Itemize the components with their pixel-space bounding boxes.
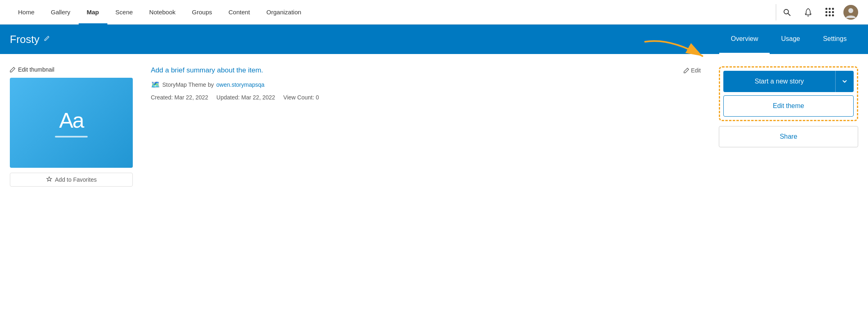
center-panel: Add a brief summary about the item. Edit… (143, 66, 709, 287)
svg-point-3 (848, 8, 853, 13)
edit-theme-label: Edit theme (773, 102, 804, 110)
user-avatar[interactable] (843, 5, 858, 20)
nav-divider (776, 4, 776, 20)
top-navigation: Home Gallery Map Scene Notebook Groups C… (0, 0, 868, 25)
right-panel: Start a new story Edit theme Share (719, 66, 858, 287)
nav-map[interactable]: Map (79, 0, 107, 25)
owner-link[interactable]: owen.storymapsqa (216, 81, 265, 88)
edit-label: Edit (691, 67, 701, 74)
created-date: Created: Mar 22, 2022 (151, 94, 208, 101)
edit-title-icon[interactable] (43, 35, 50, 43)
search-icon (783, 8, 791, 16)
nav-icons (779, 5, 858, 20)
updated-date: Updated: Mar 22, 2022 (216, 94, 275, 101)
nav-gallery[interactable]: Gallery (43, 0, 79, 25)
nav-scene[interactable]: Scene (107, 0, 141, 25)
nav-groups[interactable]: Groups (184, 0, 220, 25)
edit-theme-button[interactable]: Edit theme (723, 95, 854, 117)
nav-home[interactable]: Home (10, 0, 43, 25)
main-content: Edit thumbnail Aa Add to Favorites Add a… (0, 54, 868, 300)
share-label: Share (780, 133, 798, 140)
tab-overview[interactable]: Overview (719, 25, 770, 54)
thumbnail-underline (55, 136, 88, 137)
view-count: View Count: 0 (283, 94, 319, 101)
storymap-icon: 🗺️ (151, 80, 160, 89)
summary-row: Add a brief summary about the item. Edit (151, 66, 701, 74)
notification-button[interactable] (801, 5, 816, 20)
svg-line-1 (788, 14, 790, 16)
start-story-label: Start a new story (754, 78, 804, 85)
tab-settings[interactable]: Settings (811, 25, 858, 54)
svg-point-0 (784, 9, 788, 14)
edit-pencil-icon (684, 68, 689, 73)
edit-thumbnail-button[interactable]: Edit thumbnail (10, 66, 133, 73)
add-favorites-label: Add to Favorites (55, 176, 97, 183)
start-story-main: Start a new story (723, 71, 835, 92)
avatar-image (843, 5, 858, 20)
share-button[interactable]: Share (719, 126, 858, 147)
star-icon (46, 176, 52, 183)
item-header: Frosty Overview Usage Settings (0, 25, 868, 54)
nav-links: Home Gallery Map Scene Notebook Groups C… (10, 0, 773, 25)
left-panel: Edit thumbnail Aa Add to Favorites (10, 66, 133, 287)
thumbnail-text: Aa (59, 108, 84, 133)
edit-thumbnail-label: Edit thumbnail (18, 66, 55, 73)
add-favorites-button[interactable]: Add to Favorites (10, 173, 133, 187)
nav-content[interactable]: Content (220, 0, 259, 25)
start-story-button[interactable]: Start a new story (723, 71, 854, 92)
highlight-box: Start a new story Edit theme (719, 66, 858, 121)
item-title-text: Frosty (10, 33, 39, 46)
header-tabs: Overview Usage Settings (719, 25, 858, 54)
nav-notebook[interactable]: Notebook (141, 0, 184, 25)
nav-organization[interactable]: Organization (258, 0, 309, 25)
tab-usage[interactable]: Usage (770, 25, 811, 54)
grid-icon (825, 8, 834, 16)
chevron-down-icon[interactable] (836, 71, 854, 92)
pencil-icon (10, 67, 16, 72)
meta-info: Created: Mar 22, 2022 Updated: Mar 22, 2… (151, 94, 701, 101)
edit-link[interactable]: Edit (684, 67, 701, 74)
item-title-area: Frosty (10, 33, 719, 46)
summary-link[interactable]: Add a brief summary about the item. (151, 66, 263, 74)
apps-button[interactable] (822, 5, 837, 20)
storymap-info: 🗺️ StoryMap Theme by owen.storymapsqa (151, 80, 701, 89)
search-button[interactable] (779, 5, 794, 20)
bell-icon (804, 8, 812, 17)
storymap-prefix: StoryMap Theme by (162, 81, 214, 88)
thumbnail-preview: Aa (10, 78, 133, 168)
